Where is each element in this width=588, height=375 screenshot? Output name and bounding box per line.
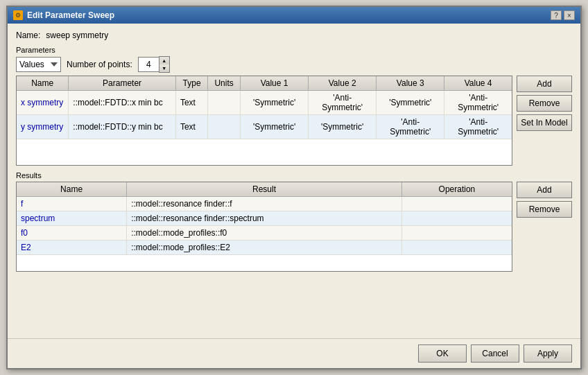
table-row[interactable]: x symmetry ::model::FDTD::x min bc Text …	[17, 91, 512, 115]
parameters-label: Parameters	[16, 46, 572, 54]
param-name: y symmetry	[17, 115, 69, 139]
ok-button[interactable]: OK	[418, 345, 467, 363]
params-section-row: Name Parameter Type Units Value 1 Value …	[16, 76, 572, 166]
table-row[interactable]: f0 ::model::mode_profiles::f0	[17, 226, 512, 241]
results-table: Name Result Operation f ::model::resonan…	[17, 182, 512, 255]
footer: OK Cancel Apply	[8, 338, 580, 368]
param-val4: 'Anti-Symmetric'	[444, 115, 512, 139]
param-units	[208, 91, 241, 115]
result-name: f0	[17, 226, 127, 241]
name-label: Name:	[16, 30, 40, 40]
results-section-row: Name Result Operation f ::model::resonan…	[16, 182, 572, 272]
results-table-area: Name Result Operation f ::model::resonan…	[16, 182, 512, 272]
param-type: Text	[175, 115, 207, 139]
th-units: Units	[208, 76, 241, 91]
table-row[interactable]: E2 ::model::mode_profiles::E2	[17, 241, 512, 255]
table-row[interactable]: y symmetry ::model::FDTD::y min bc Text …	[17, 115, 512, 139]
cancel-button[interactable]: Cancel	[471, 345, 519, 363]
th-res-operation: Operation	[401, 182, 512, 197]
param-val1: 'Symmetric'	[241, 115, 309, 139]
param-name: x symmetry	[17, 91, 69, 115]
th-value2: Value 2	[309, 76, 377, 91]
param-type: Text	[175, 91, 207, 115]
param-val4: 'Anti-Symmetric'	[444, 91, 512, 115]
th-parameter: Parameter	[69, 76, 176, 91]
results-label: Results	[16, 171, 572, 180]
th-type: Type	[175, 76, 207, 91]
points-input[interactable]	[138, 57, 159, 72]
spinner-buttons: ▲ ▼	[159, 56, 170, 73]
help-button[interactable]: ?	[551, 10, 562, 20]
param-parameter: ::model::FDTD::x min bc	[69, 91, 176, 115]
results-table-container: Name Result Operation f ::model::resonan…	[16, 182, 512, 272]
controls-row: Values Number of points: ▲ ▼	[16, 56, 572, 73]
dialog-body: Name: sweep symmetry Parameters Values N…	[8, 24, 580, 338]
param-val3: 'Anti-Symmetric'	[377, 115, 444, 139]
dialog-icon: ⚙	[13, 10, 23, 20]
param-val2: 'Symmetric'	[309, 115, 377, 139]
table-row[interactable]: f ::model::resonance finder::f	[17, 197, 512, 211]
param-parameter: ::model::FDTD::y min bc	[69, 115, 176, 139]
name-row: Name: sweep symmetry	[16, 30, 572, 40]
params-table-area: Name Parameter Type Units Value 1 Value …	[16, 76, 512, 166]
title-bar: ⚙ Edit Parameter Sweep ? ×	[8, 7, 580, 24]
results-table-body: f ::model::resonance finder::f spectrum …	[17, 197, 512, 255]
result-operation	[401, 197, 512, 211]
apply-button[interactable]: Apply	[524, 345, 572, 363]
th-value3: Value 3	[377, 76, 444, 91]
result-name: E2	[17, 241, 127, 255]
points-label: Number of points:	[67, 60, 132, 69]
edit-parameter-sweep-dialog: ⚙ Edit Parameter Sweep ? × Name: sweep s…	[6, 6, 582, 369]
param-val1: 'Symmetric'	[241, 91, 309, 115]
params-side-buttons: Add Remove Set In Model	[517, 76, 572, 131]
th-res-name: Name	[17, 182, 127, 197]
values-select[interactable]: Values	[16, 57, 61, 72]
spinner-up[interactable]: ▲	[159, 57, 169, 64]
result-operation	[401, 211, 512, 226]
set-in-model-button[interactable]: Set In Model	[517, 114, 572, 131]
th-res-result: Result	[127, 182, 402, 197]
title-buttons: ? ×	[551, 10, 575, 20]
result-name: spectrum	[17, 211, 127, 226]
results-section: Results Name Result Operation	[16, 171, 572, 331]
th-value1: Value 1	[241, 76, 309, 91]
results-table-header-row: Name Result Operation	[17, 182, 512, 197]
th-value4: Value 4	[444, 76, 512, 91]
title-bar-left: ⚙ Edit Parameter Sweep	[13, 10, 114, 20]
results-side-buttons: Add Remove	[517, 182, 572, 218]
parameters-section: Parameters Values Number of points: ▲ ▼	[16, 46, 572, 166]
param-val3: 'Symmetric'	[377, 91, 444, 115]
result-result: ::model::resonance finder::f	[127, 197, 402, 211]
params-remove-button[interactable]: Remove	[517, 95, 572, 112]
table-row[interactable]: spectrum ::model::resonance finder::spec…	[17, 211, 512, 226]
close-button[interactable]: ×	[564, 10, 575, 20]
result-result: ::model::resonance finder::spectrum	[127, 211, 402, 226]
points-input-group: ▲ ▼	[138, 56, 170, 73]
result-name: f	[17, 197, 127, 211]
dialog-title: Edit Parameter Sweep	[27, 10, 114, 20]
result-result: ::model::mode_profiles::f0	[127, 226, 402, 241]
params-table-body: x symmetry ::model::FDTD::x min bc Text …	[17, 91, 512, 139]
params-table-header-row: Name Parameter Type Units Value 1 Value …	[17, 76, 512, 91]
results-remove-button[interactable]: Remove	[517, 201, 572, 218]
name-value: sweep symmetry	[46, 30, 108, 40]
result-result: ::model::mode_profiles::E2	[127, 241, 402, 255]
result-operation	[401, 226, 512, 241]
param-val2: 'Anti-Symmetric'	[309, 91, 377, 115]
params-table-container: Name Parameter Type Units Value 1 Value …	[16, 76, 512, 166]
params-table: Name Parameter Type Units Value 1 Value …	[17, 76, 512, 139]
params-add-button[interactable]: Add	[517, 76, 572, 92]
th-name: Name	[17, 76, 69, 91]
param-units	[208, 115, 241, 139]
spinner-down[interactable]: ▼	[159, 64, 169, 72]
results-add-button[interactable]: Add	[517, 182, 572, 198]
result-operation	[401, 241, 512, 255]
